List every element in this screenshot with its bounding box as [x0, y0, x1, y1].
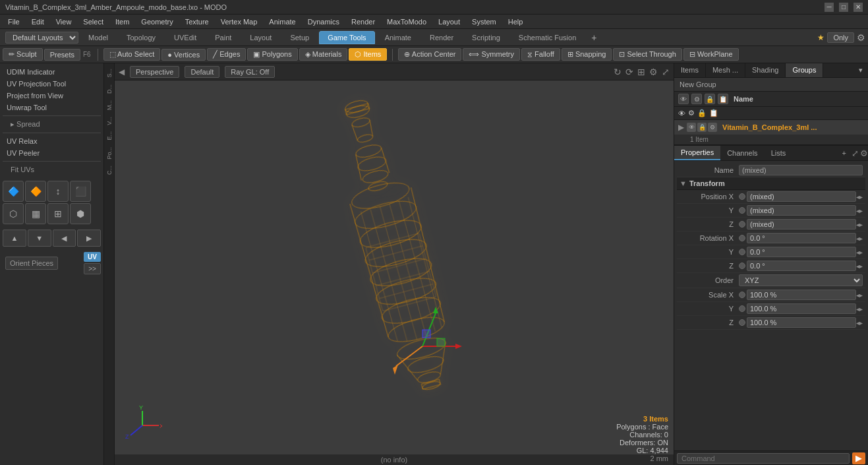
- tab-animate[interactable]: Animate: [376, 31, 420, 44]
- scale-x-arrow[interactable]: ◂▸: [856, 292, 863, 299]
- menu-select[interactable]: Select: [78, 16, 109, 27]
- action-center-button[interactable]: ⊕ Action Center: [398, 48, 461, 61]
- strip-m[interactable]: M...: [105, 98, 114, 113]
- scale-y-field[interactable]: 100.0 %: [747, 303, 856, 314]
- fit-uvs-item[interactable]: Fit UVs: [3, 164, 101, 175]
- strip-d[interactable]: D...: [105, 82, 114, 96]
- rp-lock-icon-2[interactable]: 🔒: [697, 109, 707, 117]
- ri-lock-icon[interactable]: 🔒: [697, 123, 707, 132]
- strip-v[interactable]: V...: [105, 114, 114, 128]
- uv-peeler-item[interactable]: UV Peeler: [3, 147, 101, 159]
- orient-pieces-button[interactable]: Orient Pieces: [5, 257, 58, 270]
- arrow-right-button[interactable]: ▶: [77, 230, 101, 247]
- props-tab-channels[interactable]: Channels: [720, 146, 764, 160]
- symmetry-button[interactable]: ⟺ Symmetry: [463, 48, 520, 61]
- position-z-dot[interactable]: [739, 221, 745, 228]
- props-settings-icon[interactable]: ⚙: [860, 148, 868, 158]
- prop-name-input[interactable]: [739, 165, 863, 175]
- ri-vis-icon[interactable]: 👁: [687, 123, 696, 132]
- tab-setup[interactable]: Setup: [281, 31, 318, 44]
- tab-scripting[interactable]: Scripting: [463, 31, 509, 44]
- rp-tab-mesh[interactable]: Mesh ...: [706, 63, 745, 77]
- tool-icon-5[interactable]: ⬡: [3, 203, 24, 224]
- close-button[interactable]: ✕: [854, 3, 863, 12]
- position-z-field[interactable]: (mixed): [747, 219, 856, 230]
- strip-c[interactable]: C...: [105, 163, 114, 177]
- menu-help[interactable]: Help: [503, 16, 529, 27]
- menu-dynamics[interactable]: Dynamics: [303, 16, 345, 27]
- arrow-left-button[interactable]: ◀: [53, 230, 76, 247]
- viewport[interactable]: ◀ Perspective Default Ray GL: Off ↻ ⟳ ⊞ …: [115, 63, 674, 465]
- position-x-arrow[interactable]: ◂▸: [856, 193, 863, 201]
- viewport-nav-icon[interactable]: ◀: [119, 67, 125, 77]
- viewport-settings-icon[interactable]: ⚙: [649, 67, 658, 77]
- rp-settings-icon[interactable]: ⚙: [691, 94, 702, 104]
- order-select[interactable]: XYZ XZY YXZ YZX ZXY ZYX: [739, 274, 863, 286]
- scale-z-field[interactable]: 100.0 %: [747, 317, 856, 328]
- tool-icon-3[interactable]: ↕: [47, 181, 69, 202]
- menu-vertex-map[interactable]: Vertex Map: [216, 16, 263, 27]
- camera-button[interactable]: Perspective: [130, 66, 179, 78]
- scale-z-arrow[interactable]: ◂▸: [856, 319, 863, 326]
- rp-tab-shading[interactable]: Shading: [745, 63, 786, 77]
- tab-uvedit[interactable]: UVEdit: [165, 31, 205, 44]
- rp-tab-chevron[interactable]: ▾: [854, 63, 868, 77]
- strip-e[interactable]: E...: [105, 129, 114, 143]
- minimize-button[interactable]: ─: [825, 3, 834, 12]
- command-execute-button[interactable]: ▶: [852, 452, 865, 464]
- tab-add-button[interactable]: +: [586, 30, 602, 45]
- uv-relax-item[interactable]: UV Relax: [3, 135, 101, 147]
- rp-eye-icon-2[interactable]: 👁: [678, 109, 685, 117]
- scale-y-arrow[interactable]: ◂▸: [856, 305, 863, 313]
- rotation-y-field[interactable]: 0.0 °: [747, 247, 856, 257]
- shading-button[interactable]: Default: [185, 66, 219, 78]
- rotation-x-dot[interactable]: [739, 235, 745, 241]
- strip-s[interactable]: S...: [105, 66, 114, 80]
- scale-x-dot[interactable]: [739, 292, 745, 298]
- uv-projection-tool-item[interactable]: UV Projection Tool: [3, 78, 101, 90]
- tab-model[interactable]: Model: [80, 31, 117, 44]
- rp-settings-icon-2[interactable]: ⚙: [688, 109, 695, 117]
- props-expand-icon[interactable]: ⤢: [852, 148, 859, 158]
- rp-copy-icon-2[interactable]: 📋: [709, 109, 718, 117]
- rp-eye-icon[interactable]: 👁: [678, 94, 689, 104]
- polygons-button[interactable]: ▣ Polygons: [247, 48, 297, 61]
- materials-button[interactable]: ◈ Materials: [299, 48, 348, 61]
- items-button[interactable]: ⬡ Items: [349, 48, 387, 61]
- arrow-down-button[interactable]: ▼: [28, 230, 51, 247]
- snapping-button[interactable]: ⊞ Snapping: [562, 48, 612, 61]
- props-tab-lists[interactable]: Lists: [765, 146, 793, 160]
- position-y-arrow[interactable]: ◂▸: [856, 207, 863, 214]
- tool-icon-2[interactable]: 🔶: [25, 181, 46, 202]
- viewport-pan-icon[interactable]: ⟳: [625, 67, 633, 77]
- unwrap-tool-item[interactable]: Unwrap Tool: [3, 102, 101, 113]
- select-through-button[interactable]: ⊡ Select Through: [613, 48, 681, 61]
- menu-geometry[interactable]: Geometry: [136, 16, 178, 27]
- position-x-dot[interactable]: [739, 193, 745, 200]
- falloff-button[interactable]: ⧖ Falloff: [521, 48, 560, 61]
- udim-indicator-item[interactable]: UDIM Indicator: [3, 66, 101, 78]
- menu-system[interactable]: System: [467, 16, 502, 27]
- vertices-button[interactable]: ● Vertices: [161, 49, 206, 61]
- viewport-canvas[interactable]: .wire { stroke: #c8820a; stroke-width: 0…: [115, 80, 674, 465]
- rp-copy-icon[interactable]: 📋: [718, 94, 728, 104]
- spread-item[interactable]: ▸ Spread: [3, 118, 101, 131]
- project-from-view-item[interactable]: Project from View: [3, 90, 101, 102]
- position-z-arrow[interactable]: ◂▸: [856, 221, 863, 228]
- rotation-x-arrow[interactable]: ◂▸: [856, 235, 863, 242]
- tool-icon-8[interactable]: ⬢: [70, 203, 91, 224]
- menu-layout[interactable]: Layout: [433, 16, 465, 27]
- presets-button[interactable]: Presets: [44, 49, 80, 61]
- tab-paint[interactable]: Paint: [206, 31, 240, 44]
- tab-game-tools[interactable]: Game Tools: [319, 31, 375, 44]
- edges-button[interactable]: ╱ Edges: [207, 48, 246, 61]
- rp-lock-icon[interactable]: 🔒: [705, 94, 715, 104]
- ri-cfg-icon[interactable]: ⚙: [708, 123, 717, 132]
- menu-texture[interactable]: Texture: [180, 16, 214, 27]
- tool-icon-7[interactable]: ⊞: [47, 203, 69, 224]
- tab-layout[interactable]: Layout: [241, 31, 280, 44]
- viewport-zoom-icon[interactable]: ⊞: [637, 67, 645, 77]
- tool-icon-4[interactable]: ⬛: [70, 181, 91, 202]
- scale-y-dot[interactable]: [739, 305, 745, 312]
- rotation-y-arrow[interactable]: ◂▸: [856, 249, 863, 256]
